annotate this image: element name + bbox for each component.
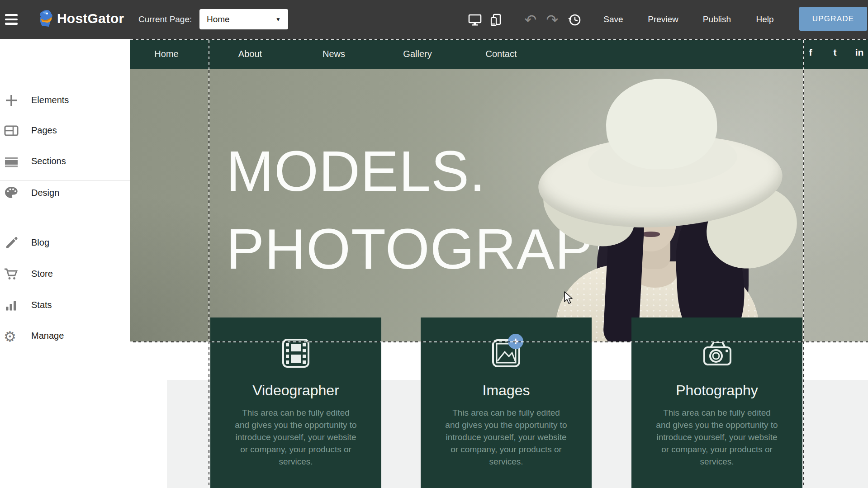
- site-nav-news[interactable]: News: [323, 49, 345, 59]
- builder-sidebar: Elements Pages Sections: [0, 39, 130, 488]
- page-layout-icon: [4, 123, 20, 139]
- site-nav-home[interactable]: Home: [154, 49, 178, 59]
- hamburger-menu-icon[interactable]: [5, 14, 18, 25]
- sidebar-item-store[interactable]: Store: [0, 265, 130, 284]
- publish-button[interactable]: Publish: [703, 14, 731, 24]
- page-select-dropdown[interactable]: Home ▼: [199, 9, 288, 29]
- topbar: HostGator Current Page: Home ▼ ↶ ↷: [0, 0, 868, 39]
- chevron-down-icon: ▼: [275, 16, 281, 23]
- site-navbar: Home About News Gallery Contact f t in: [130, 39, 868, 69]
- sidebar-item-stats[interactable]: Stats: [0, 296, 130, 316]
- sidebar-item-manage[interactable]: ⚙ Manage: [0, 327, 130, 346]
- card-videographer[interactable]: Videographer This area can be fully edit…: [210, 317, 381, 488]
- site-nav-gallery[interactable]: Gallery: [403, 49, 432, 59]
- site-nav-about[interactable]: About: [238, 49, 262, 59]
- brand-name: HostGator: [57, 11, 124, 26]
- mouse-cursor: [564, 291, 574, 305]
- facebook-icon[interactable]: f: [809, 47, 812, 58]
- current-page-label: Current Page:: [138, 14, 192, 24]
- pencil-icon: [4, 235, 20, 251]
- sidebar-item-blog[interactable]: Blog: [0, 233, 130, 253]
- undo-icon[interactable]: ↶: [522, 12, 539, 28]
- sidebar-item-pages[interactable]: Pages: [0, 121, 130, 141]
- card-photography[interactable]: Photography This area can be fully edite…: [631, 317, 802, 488]
- desktop-view-icon[interactable]: [467, 12, 483, 28]
- bar-chart-icon: [4, 298, 20, 314]
- mobile-view-icon[interactable]: [488, 12, 504, 28]
- gear-icon: ⚙: [4, 328, 20, 345]
- card-title: Photography: [631, 382, 802, 399]
- upgrade-button[interactable]: UPGRADE: [799, 7, 867, 31]
- twitter-icon[interactable]: t: [834, 47, 837, 58]
- hero-section[interactable]: MODELS. PHOTOGRAPHY: [130, 69, 868, 342]
- sidebar-item-design[interactable]: Design: [0, 184, 130, 204]
- sidebar-item-sections[interactable]: Sections: [0, 152, 130, 172]
- palette-icon: [4, 185, 20, 202]
- save-button[interactable]: Save: [603, 14, 623, 24]
- help-button[interactable]: Help: [756, 14, 773, 24]
- hostgator-builder-screen: HostGator Current Page: Home ▼ ↶ ↷: [0, 0, 868, 488]
- linkedin-icon[interactable]: in: [855, 47, 864, 58]
- site-nav-contact[interactable]: Contact: [486, 49, 517, 59]
- plus-icon: [4, 93, 20, 109]
- sidebar-item-elements[interactable]: Elements: [0, 91, 130, 111]
- cart-icon: [4, 266, 20, 283]
- selection-dash-left: [209, 39, 209, 488]
- card-body-text: This area can be fully edited and gives …: [444, 407, 568, 468]
- page-select-value: Home: [207, 14, 275, 24]
- card-title: Videographer: [210, 382, 381, 399]
- card-body-text: This area can be fully edited and gives …: [234, 407, 358, 468]
- sidebar-divider: [0, 180, 130, 181]
- history-icon[interactable]: [566, 12, 583, 28]
- selection-dash-bottom: [130, 341, 868, 342]
- card-title: Images: [421, 382, 592, 399]
- gator-mascot-icon: [38, 9, 55, 28]
- card-body-text: This area can be fully edited and gives …: [655, 407, 779, 468]
- selection-dash-right: [803, 39, 804, 488]
- selection-dash-top: [130, 39, 868, 40]
- card-images[interactable]: + Images This area can be fully edited a…: [421, 317, 592, 488]
- hostgator-logo: HostGator: [38, 9, 124, 28]
- preview-button[interactable]: Preview: [648, 14, 678, 24]
- stacked-bars-icon: [4, 154, 20, 170]
- redo-icon[interactable]: ↷: [544, 12, 560, 28]
